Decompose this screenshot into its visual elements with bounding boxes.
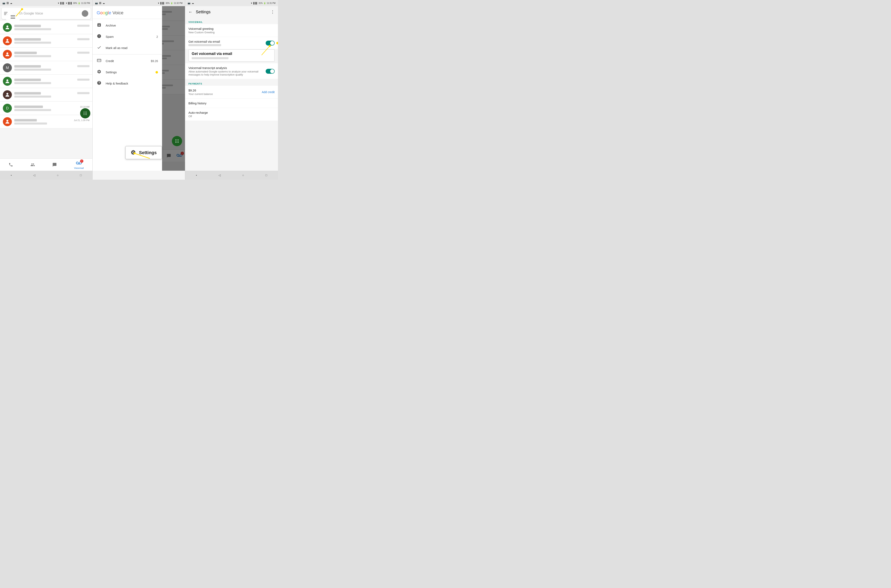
list-item[interactable] bbox=[0, 48, 92, 61]
svg-point-7 bbox=[84, 112, 84, 112]
battery-icon-2: 🔋 bbox=[170, 2, 173, 4]
back-button[interactable]: ← bbox=[188, 10, 193, 14]
contact-info bbox=[14, 92, 89, 98]
contact-time-blur bbox=[77, 38, 89, 40]
list-item[interactable]: D 10:18 AM bbox=[0, 102, 92, 115]
battery-percent-3: 31% bbox=[259, 2, 263, 4]
android-back-3[interactable]: ◁ bbox=[218, 174, 221, 177]
contact-info bbox=[14, 38, 89, 44]
nav-voicemail[interactable]: 7 Voicemail bbox=[74, 160, 84, 169]
android-nav-3: ▪ ◁ ○ □ bbox=[185, 171, 278, 180]
drawer-item-credit[interactable]: Credit $9.26 bbox=[93, 56, 162, 66]
android-recents[interactable]: □ bbox=[80, 174, 81, 177]
svg-point-16 bbox=[6, 120, 8, 122]
contact-info bbox=[14, 25, 89, 30]
drawer-item-settings[interactable]: Settings bbox=[93, 66, 162, 78]
contact-time-blur bbox=[77, 79, 89, 81]
contact-name-blur bbox=[14, 25, 41, 27]
panel-settings: 📷 ☁ ▼ ▌▌▌ 31% 🔋 11:31 PM ← Settings ⋮ VO… bbox=[185, 0, 278, 180]
status-right-icons-2: ▼ ▌▌▌ 30% 🔋 11:32 PM bbox=[158, 2, 182, 4]
contact-msg-blur bbox=[14, 109, 51, 111]
contact-name-blur bbox=[14, 65, 41, 68]
avatar bbox=[3, 23, 12, 32]
contact-name-blur bbox=[14, 92, 41, 94]
toggle-annotation-dot bbox=[276, 42, 278, 44]
panel-drawer-menu: 📷 🖼 ☁ ▼ ▌▌▌ 30% 🔋 11:32 PM bbox=[93, 0, 185, 180]
settings-popup-label: Settings bbox=[139, 150, 157, 155]
checkmark-icon bbox=[97, 45, 102, 51]
menu-circle-highlight bbox=[6, 10, 20, 24]
mark-read-label: Mark all as read bbox=[106, 46, 128, 50]
dialpad-fab-bg bbox=[172, 136, 182, 146]
contact-msg-blur bbox=[14, 28, 51, 30]
settings-billing-history[interactable]: Billing history bbox=[185, 99, 278, 108]
more-options-button[interactable]: ⋮ bbox=[271, 9, 275, 14]
drawer-item-spam[interactable]: Spam 2 bbox=[93, 31, 162, 42]
voicemail-email-sub-blur bbox=[188, 44, 221, 46]
svg-point-25 bbox=[178, 142, 179, 143]
transcript-analysis-title: Voicemail transcript analysis bbox=[188, 66, 263, 70]
drawer-item-mark-read[interactable]: Mark all as read bbox=[93, 42, 162, 54]
spam-label: Spam bbox=[106, 35, 114, 38]
user-avatar[interactable] bbox=[82, 10, 88, 17]
instagram-icon-3: 📷 bbox=[188, 2, 190, 4]
auto-recharge-sub: Off bbox=[188, 115, 275, 118]
svg-point-10 bbox=[84, 113, 84, 114]
android-recents-3[interactable]: □ bbox=[265, 174, 267, 177]
svg-rect-26 bbox=[97, 59, 101, 62]
contact-msg-blur bbox=[14, 42, 51, 44]
list-item[interactable]: M bbox=[0, 61, 92, 75]
android-square[interactable]: ▪ bbox=[11, 174, 12, 177]
search-input[interactable]: Search Google Voice bbox=[12, 12, 79, 15]
battery-percent: ▼ ▌▌▌ 30% bbox=[65, 2, 77, 4]
list-item[interactable] bbox=[0, 34, 92, 48]
settings-transcript-analysis[interactable]: Voicemail transcript analysis Allow auto… bbox=[185, 63, 278, 79]
status-bar-3: 📷 ☁ ▼ ▌▌▌ 31% 🔋 11:31 PM bbox=[185, 0, 278, 6]
nav-calls[interactable] bbox=[9, 162, 13, 167]
nav-messages[interactable] bbox=[52, 162, 57, 167]
list-item[interactable] bbox=[0, 75, 92, 88]
time-display: 11:32 PM bbox=[81, 2, 90, 4]
contact-info bbox=[14, 65, 89, 70]
nav-contacts[interactable] bbox=[30, 162, 35, 167]
help-icon bbox=[97, 81, 102, 86]
settings-annotation-dot bbox=[155, 71, 158, 74]
settings-icon bbox=[97, 69, 102, 75]
signal-icon-3: ▌▌▌ bbox=[253, 2, 258, 4]
instagram-icon: 📷 bbox=[3, 2, 5, 4]
svg-point-19 bbox=[178, 140, 179, 140]
dialpad-fab[interactable] bbox=[80, 108, 90, 118]
add-credit-button[interactable]: Add credit bbox=[262, 90, 275, 94]
settings-label: Settings bbox=[106, 70, 117, 74]
cloud-icon: ☁ bbox=[10, 2, 12, 4]
android-square-3[interactable]: ▪ bbox=[196, 174, 197, 177]
svg-point-4 bbox=[6, 52, 8, 54]
status-left-icons: 📷 🖼 ☁ bbox=[3, 2, 12, 4]
svg-point-20 bbox=[175, 141, 176, 141]
svg-point-17 bbox=[175, 140, 176, 140]
svg-point-6 bbox=[6, 93, 8, 95]
transcript-toggle[interactable] bbox=[266, 69, 275, 74]
settings-voicemail-greeting[interactable]: Voicemail greeting New Custom Greeting bbox=[185, 24, 278, 37]
android-home-3[interactable]: ○ bbox=[242, 174, 244, 177]
battery-icon-3: 🔋 bbox=[263, 2, 266, 4]
instagram-icon-2: 📷 bbox=[95, 2, 98, 4]
contact-time-blur bbox=[77, 25, 89, 27]
status-bar-2: 📷 🖼 ☁ ▼ ▌▌▌ 30% 🔋 11:32 PM bbox=[93, 0, 185, 6]
balance-amount: $9.26 bbox=[188, 88, 213, 92]
svg-point-15 bbox=[86, 114, 87, 115]
svg-point-21 bbox=[176, 141, 177, 141]
android-back[interactable]: ◁ bbox=[33, 174, 35, 177]
voicemail-greeting-title: Voicemail greeting bbox=[188, 27, 275, 30]
voicemail-email-toggle[interactable] bbox=[266, 40, 275, 45]
settings-auto-recharge[interactable]: Auto-recharge Off bbox=[185, 108, 278, 121]
menu-lines bbox=[11, 15, 15, 19]
list-item[interactable] bbox=[0, 88, 92, 102]
status-left-icons-2: 📷 🖼 ☁ bbox=[95, 2, 105, 4]
drawer-item-help[interactable]: Help & feedback bbox=[93, 78, 162, 89]
settings-voicemail-email[interactable]: Get voicemail via email bbox=[185, 37, 278, 49]
drawer-item-archive[interactable]: Archive bbox=[93, 20, 162, 31]
list-item[interactable]: Jul 21, 1:09 PM bbox=[0, 115, 92, 128]
image-icon: 🖼 bbox=[6, 2, 9, 4]
android-home[interactable]: ○ bbox=[57, 174, 59, 177]
